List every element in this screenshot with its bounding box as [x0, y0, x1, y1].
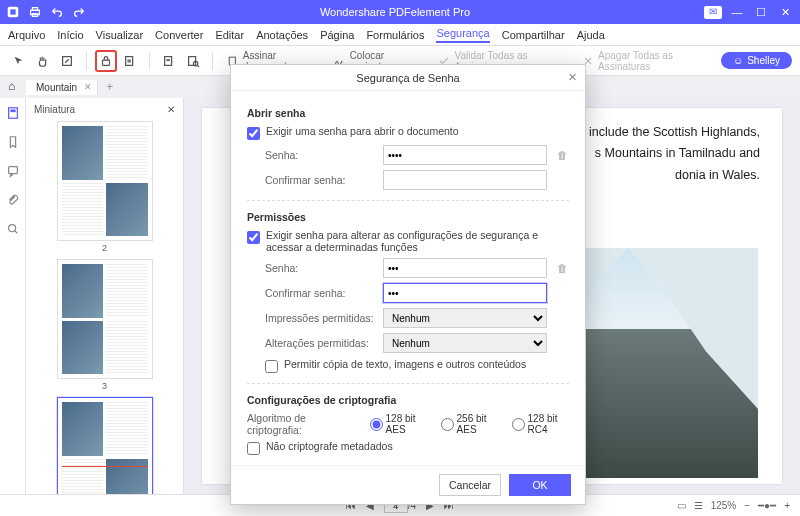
- enc-128aes-label: 128 bit AES: [386, 413, 427, 435]
- window-controls: ✉ — ☐ ✕: [704, 6, 794, 19]
- require-permission-password-checkbox[interactable]: [247, 231, 260, 244]
- encryption-algorithm-label: Algoritmo de criptografia:: [247, 412, 356, 436]
- dialog-close-icon[interactable]: ✕: [568, 71, 577, 84]
- attachments-icon[interactable]: [6, 193, 20, 210]
- tab-add-button[interactable]: +: [98, 80, 121, 94]
- app-logo-icon: [6, 5, 20, 19]
- encryption-section: Configurações de criptografia: [247, 394, 569, 406]
- thumbnail-page[interactable]: [57, 259, 153, 379]
- menubar: Arquivo Início Visualizar Converter Edit…: [0, 24, 800, 46]
- perm-confirm-input[interactable]: [383, 283, 547, 303]
- permissions-section: Permissões: [247, 211, 569, 223]
- perm-password-input[interactable]: [383, 258, 547, 278]
- user-pill[interactable]: ☺ Shelley: [721, 52, 792, 69]
- thumbnails-icon[interactable]: [6, 106, 20, 123]
- dialog-title: Segurança de Senha: [356, 72, 459, 84]
- printing-allowed-select[interactable]: Nenhum: [383, 308, 547, 328]
- undo-icon[interactable]: [50, 5, 64, 19]
- thumbnail-number: 3: [32, 381, 177, 391]
- ok-button[interactable]: OK: [509, 474, 571, 496]
- document-tab[interactable]: Mountain ✕: [26, 80, 98, 95]
- sign-tool-icon[interactable]: [119, 50, 141, 72]
- search-redact-icon[interactable]: [182, 50, 204, 72]
- zoom-slider[interactable]: ━●━: [758, 500, 776, 511]
- perm-confirm-label: Confirmar senha:: [265, 287, 375, 299]
- password-lock-icon[interactable]: [95, 50, 117, 72]
- dialog-titlebar: Segurança de Senha ✕: [231, 65, 585, 91]
- view-single-icon[interactable]: ▭: [677, 500, 686, 511]
- mail-icon[interactable]: ✉: [704, 6, 722, 19]
- enc-256aes-radio[interactable]: [441, 418, 454, 431]
- menu-converter[interactable]: Converter: [155, 29, 203, 41]
- thumbnail-number: 2: [32, 243, 177, 253]
- menu-ajuda[interactable]: Ajuda: [577, 29, 605, 41]
- menu-visualizar[interactable]: Visualizar: [96, 29, 144, 41]
- require-permission-password-label: Exigir senha para alterar as configuraçõ…: [266, 229, 569, 253]
- thumbnail-panel-close-icon[interactable]: ✕: [167, 104, 175, 115]
- titlebar-left-icons: [6, 5, 86, 19]
- edit-tool-icon[interactable]: [56, 50, 78, 72]
- maximize-button[interactable]: ☐: [752, 6, 770, 19]
- enc-128aes-radio[interactable]: [370, 418, 383, 431]
- thumbnail-page[interactable]: [57, 397, 153, 494]
- svg-rect-15: [8, 167, 17, 174]
- open-password-input[interactable]: [383, 145, 547, 165]
- require-open-password-label: Exigir uma senha para abrir o documento: [266, 125, 459, 137]
- zoom-in-icon[interactable]: +: [784, 500, 790, 511]
- svg-rect-7: [126, 56, 133, 65]
- app-title: Wondershare PDFelement Pro: [86, 6, 704, 18]
- enc-128rc4-radio[interactable]: [512, 418, 525, 431]
- view-continuous-icon[interactable]: ☰: [694, 500, 703, 511]
- clear-signatures-button[interactable]: Apagar Todas as Assinaturas: [576, 50, 717, 72]
- enc-128rc4-label: 128 bit RC4: [528, 413, 569, 435]
- changes-allowed-label: Alterações permitidas:: [265, 337, 375, 349]
- tab-close-icon[interactable]: ✕: [84, 82, 92, 92]
- menu-formularios[interactable]: Formulários: [366, 29, 424, 41]
- thumbnail-panel-title: Miniatura: [34, 104, 75, 115]
- password-security-dialog: Segurança de Senha ✕ Abrir senha Exigir …: [230, 64, 586, 505]
- redact-tool-icon[interactable]: [158, 50, 180, 72]
- bookmarks-icon[interactable]: [6, 135, 20, 152]
- svg-point-16: [8, 225, 15, 232]
- home-icon[interactable]: ⌂: [8, 79, 15, 93]
- open-password-section: Abrir senha: [247, 107, 569, 119]
- menu-pagina[interactable]: Página: [320, 29, 354, 41]
- menu-anotacoes[interactable]: Anotações: [256, 29, 308, 41]
- menu-inicio[interactable]: Início: [57, 29, 83, 41]
- redo-icon[interactable]: [72, 5, 86, 19]
- user-icon: ☺: [733, 55, 743, 66]
- search-panel-icon[interactable]: [6, 222, 20, 239]
- clear-open-password-icon[interactable]: 🗑: [555, 149, 569, 161]
- open-password-label: Senha:: [265, 149, 375, 161]
- user-name: Shelley: [747, 55, 780, 66]
- allow-copy-checkbox[interactable]: [265, 360, 278, 373]
- close-button[interactable]: ✕: [776, 6, 794, 19]
- select-tool-icon[interactable]: [8, 50, 30, 72]
- open-confirm-input[interactable]: [383, 170, 547, 190]
- enc-256aes-label: 256 bit AES: [457, 413, 498, 435]
- require-open-password-checkbox[interactable]: [247, 127, 260, 140]
- document-tab-title: Mountain: [36, 82, 77, 93]
- printing-allowed-label: Impressões permitidas:: [265, 312, 375, 324]
- minimize-button[interactable]: —: [728, 6, 746, 19]
- clear-perm-password-icon[interactable]: 🗑: [555, 262, 569, 274]
- cancel-button[interactable]: Cancelar: [439, 474, 501, 496]
- zoom-out-icon[interactable]: −: [744, 500, 750, 511]
- hand-tool-icon[interactable]: [32, 50, 54, 72]
- print-icon[interactable]: [28, 5, 42, 19]
- changes-allowed-select[interactable]: Nenhum: [383, 333, 547, 353]
- thumbnail-panel: Miniatura ✕ 2 3 4: [26, 98, 184, 494]
- titlebar: Wondershare PDFelement Pro ✉ — ☐ ✕: [0, 0, 800, 24]
- menu-editar[interactable]: Editar: [215, 29, 244, 41]
- menu-arquivo[interactable]: Arquivo: [8, 29, 45, 41]
- annotations-icon[interactable]: [6, 164, 20, 181]
- menu-seguranca[interactable]: Segurança: [436, 27, 489, 43]
- clear-signatures-label: Apagar Todas as Assinaturas: [598, 50, 711, 72]
- thumbnail-page[interactable]: [57, 121, 153, 241]
- no-encrypt-metadata-checkbox[interactable]: [247, 442, 260, 455]
- no-encrypt-metadata-label: Não criptografe metadados: [266, 440, 393, 452]
- menu-compartilhar[interactable]: Compartilhar: [502, 29, 565, 41]
- svg-rect-10: [188, 56, 195, 65]
- allow-copy-label: Permitir cópia de texto, imagens e outro…: [284, 358, 526, 370]
- svg-rect-14: [10, 110, 15, 113]
